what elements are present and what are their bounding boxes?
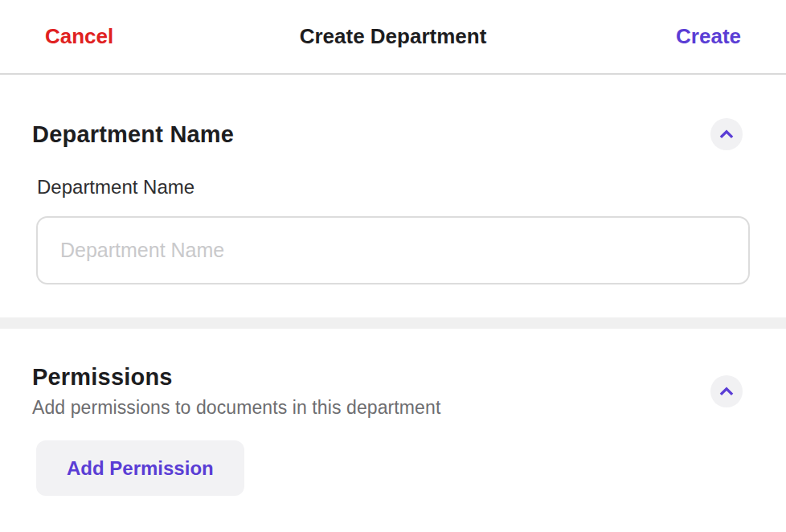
- permissions-section-title: Permissions: [32, 364, 440, 391]
- department-name-field-label: Department Name: [37, 176, 754, 198]
- create-button[interactable]: Create: [676, 24, 741, 49]
- chevron-up-icon: [718, 383, 735, 400]
- create-department-modal: Cancel Create Department Create Departme…: [0, 0, 786, 496]
- permissions-section-subtitle: Add permissions to documents in this dep…: [32, 397, 440, 419]
- department-name-section-header: Department Name: [32, 118, 754, 150]
- header-bar: Cancel Create Department Create: [0, 0, 786, 75]
- section-divider: [0, 317, 786, 329]
- permissions-section: Permissions Add permissions to documents…: [0, 329, 786, 496]
- department-name-section: Department Name Department Name: [0, 75, 786, 284]
- department-name-section-title: Department Name: [32, 121, 234, 148]
- page-title: Create Department: [300, 24, 487, 49]
- department-name-input[interactable]: [36, 216, 750, 284]
- permissions-heading-group: Permissions Add permissions to documents…: [32, 364, 440, 419]
- cancel-button[interactable]: Cancel: [45, 24, 113, 49]
- permissions-section-header: Permissions Add permissions to documents…: [32, 364, 754, 419]
- collapse-permissions-button[interactable]: [710, 375, 743, 407]
- collapse-department-name-button[interactable]: [710, 118, 743, 150]
- chevron-up-icon: [718, 125, 735, 143]
- add-permission-button[interactable]: Add Permission: [36, 440, 244, 496]
